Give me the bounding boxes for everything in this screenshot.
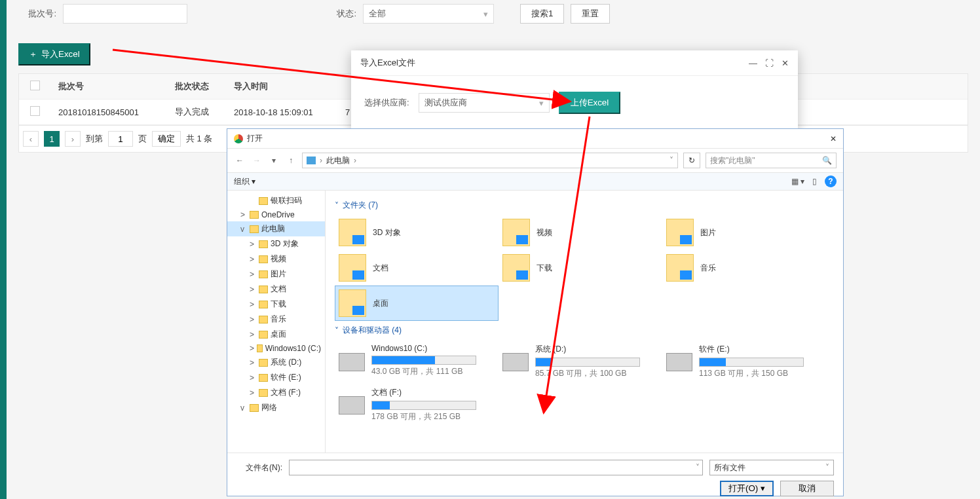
prev-page-button[interactable]: ‹ bbox=[23, 131, 39, 147]
group-drives-header[interactable]: ˅ 设备和驱动器 (4) bbox=[335, 321, 834, 340]
select-all-checkbox[interactable] bbox=[30, 81, 40, 90]
tree-label: OneDrive bbox=[261, 210, 295, 219]
refresh-button[interactable]: ↻ bbox=[683, 153, 700, 168]
folder-tile[interactable]: 音乐 bbox=[662, 250, 826, 286]
cell-time: 2018-10-18 15:09:01 bbox=[226, 101, 337, 124]
folder-icon bbox=[259, 301, 268, 308]
address-bar[interactable]: › 此电脑 › ˅ bbox=[302, 153, 678, 168]
help-icon[interactable]: ? bbox=[825, 176, 837, 187]
import-excel-button[interactable]: ＋ 导入Excel bbox=[18, 43, 90, 65]
drive-tile[interactable]: 文档 (F:)178 GB 可用，共 215 GB bbox=[335, 383, 499, 426]
nav-forward-icon[interactable]: → bbox=[251, 155, 263, 166]
left-sidebar bbox=[0, 0, 7, 499]
drive-name: Windows10 (C:) bbox=[371, 344, 476, 353]
goto-prefix: 到第 bbox=[86, 133, 103, 145]
drive-icon bbox=[666, 353, 692, 371]
tree-item[interactable]: >图片 bbox=[227, 267, 325, 282]
expand-icon[interactable]: > bbox=[240, 210, 247, 219]
tree-item[interactable]: >下载 bbox=[227, 297, 325, 312]
folder-label: 视频 bbox=[537, 227, 552, 238]
expand-icon[interactable]: > bbox=[250, 315, 256, 324]
col-batch: 批次号 bbox=[50, 74, 167, 99]
expand-icon[interactable]: > bbox=[250, 285, 256, 294]
folder-tile[interactable]: 视频 bbox=[499, 215, 662, 250]
cancel-button[interactable]: 取消 bbox=[780, 481, 834, 496]
expand-icon[interactable]: > bbox=[250, 330, 256, 339]
tree-item[interactable]: >音乐 bbox=[227, 312, 325, 327]
nav-tree: 银联扫码>OneDrivev此电脑>3D 对象>视频>图片>文档>下载>音乐>桌… bbox=[227, 191, 326, 453]
page-current[interactable]: 1 bbox=[44, 131, 60, 147]
supplier-value: 测试供应商 bbox=[424, 97, 467, 109]
expand-icon[interactable]: v bbox=[240, 225, 247, 234]
folder-tile[interactable]: 图片 bbox=[662, 215, 826, 250]
tree-item[interactable]: >桌面 bbox=[227, 327, 325, 342]
folder-tile[interactable]: 下载 bbox=[499, 250, 662, 286]
tree-item[interactable]: v网络 bbox=[227, 400, 325, 415]
drive-tile[interactable]: 系统 (D:)85.7 GB 可用，共 100 GB bbox=[499, 340, 662, 383]
filetype-dropdown[interactable]: 所有文件 ˅ bbox=[709, 460, 834, 475]
expand-icon[interactable]: > bbox=[250, 373, 256, 382]
tree-item[interactable]: >系统 (D:) bbox=[227, 355, 325, 370]
open-button[interactable]: 打开(O) ▾ bbox=[720, 481, 774, 496]
folder-icon bbox=[502, 254, 530, 282]
filename-input[interactable]: ˅ bbox=[289, 460, 703, 475]
batch-input[interactable] bbox=[63, 4, 187, 24]
tree-item[interactable]: >OneDrive bbox=[227, 208, 325, 221]
drive-usage-bar bbox=[699, 358, 804, 367]
nav-up-icon[interactable]: ↑ bbox=[285, 155, 297, 166]
goto-input[interactable] bbox=[108, 131, 133, 147]
tree-item[interactable]: 银联扫码 bbox=[227, 193, 325, 208]
next-page-button[interactable]: › bbox=[65, 131, 81, 147]
tree-item[interactable]: v此电脑 bbox=[227, 221, 325, 236]
supplier-label: 选择供应商: bbox=[364, 97, 409, 109]
goto-confirm-button[interactable]: 确定 bbox=[152, 131, 181, 147]
upload-excel-button[interactable]: 上传Excel bbox=[559, 92, 621, 114]
drive-info: 178 GB 可用，共 215 GB bbox=[371, 411, 476, 422]
tree-label: 图片 bbox=[271, 268, 286, 280]
drive-tile[interactable]: Windows10 (C:)43.0 GB 可用，共 111 GB bbox=[335, 340, 499, 383]
close-icon[interactable]: ✕ bbox=[782, 58, 789, 68]
toolbar-organize[interactable]: 组织 ▾ bbox=[234, 176, 255, 187]
expand-icon[interactable]: v bbox=[240, 403, 247, 413]
expand-icon[interactable]: > bbox=[250, 358, 256, 367]
drive-usage-bar bbox=[371, 401, 476, 410]
folder-tile[interactable]: 桌面 bbox=[335, 286, 499, 321]
folder-tile[interactable]: 文档 bbox=[335, 250, 499, 286]
nav-recent-icon[interactable]: ▾ bbox=[268, 155, 280, 166]
nav-back-icon[interactable]: ← bbox=[234, 155, 246, 166]
preview-pane-button[interactable]: ▯ bbox=[812, 177, 817, 186]
expand-icon[interactable]: > bbox=[250, 344, 254, 353]
folder-icon bbox=[339, 289, 366, 317]
expand-icon[interactable]: > bbox=[250, 270, 256, 279]
import-excel-label: 导入Excel bbox=[41, 48, 80, 60]
import-modal: 导入Excel文件 — ⛶ ✕ 选择供应商: 测试供应商 ▾ 上传Excel bbox=[351, 50, 798, 132]
expand-icon[interactable]: > bbox=[250, 300, 256, 309]
modal-title: 导入Excel文件 bbox=[360, 57, 415, 69]
tree-item[interactable]: >软件 (E:) bbox=[227, 370, 325, 385]
expand-icon[interactable]: > bbox=[250, 388, 256, 397]
tree-item[interactable]: >文档 (F:) bbox=[227, 385, 325, 400]
row-checkbox[interactable] bbox=[30, 106, 40, 116]
expand-icon[interactable]: > bbox=[250, 255, 256, 264]
dialog-close-icon[interactable]: ✕ bbox=[830, 134, 837, 143]
maximize-icon[interactable]: ⛶ bbox=[765, 58, 774, 68]
address-dropdown-icon[interactable]: ˅ bbox=[669, 156, 673, 165]
group-folders-header[interactable]: ˅ 文件夹 (7) bbox=[335, 196, 834, 215]
tree-item[interactable]: >文档 bbox=[227, 282, 325, 297]
minimize-icon[interactable]: — bbox=[749, 58, 757, 68]
search-box[interactable]: 搜索"此电脑" 🔍 bbox=[706, 153, 837, 168]
search-button[interactable]: 搜索1 bbox=[520, 4, 564, 24]
view-mode-button[interactable]: ▦ ▾ bbox=[791, 177, 804, 186]
status-dropdown[interactable]: 全部 ▾ bbox=[363, 4, 494, 24]
supplier-dropdown[interactable]: 测试供应商 ▾ bbox=[419, 93, 550, 113]
drive-tile[interactable]: 软件 (E:)113 GB 可用，共 150 GB bbox=[662, 340, 826, 383]
tree-item[interactable]: >3D 对象 bbox=[227, 236, 325, 251]
reset-button[interactable]: 重置 bbox=[571, 4, 610, 24]
tree-item[interactable]: >视频 bbox=[227, 251, 325, 267]
expand-icon[interactable]: > bbox=[250, 240, 256, 249]
folder-tile[interactable]: 3D 对象 bbox=[335, 215, 499, 250]
drive-usage-bar bbox=[371, 356, 476, 365]
breadcrumb-root[interactable]: 此电脑 bbox=[326, 155, 350, 166]
tree-item[interactable]: >Windows10 (C:) bbox=[227, 342, 325, 355]
col-time: 导入时间 bbox=[226, 74, 337, 99]
